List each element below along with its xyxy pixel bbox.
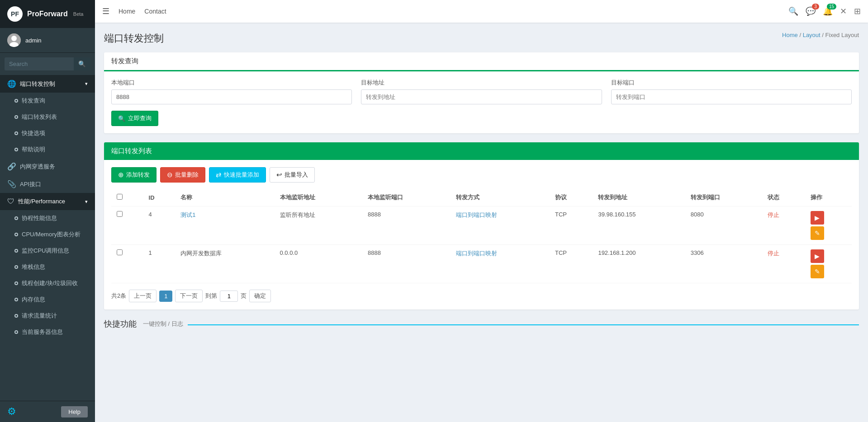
sidebar-user[interactable]: admin: [0, 28, 95, 53]
search-icon[interactable]: 🔍: [788, 6, 798, 16]
select-all-checkbox[interactable]: [117, 194, 123, 200]
row1-name-link[interactable]: 测试1: [180, 211, 195, 218]
breadcrumb-layout[interactable]: Layout: [803, 32, 821, 38]
row2-forward-type[interactable]: 端口到端口映射: [451, 245, 550, 283]
row1-edit-button[interactable]: ✎: [811, 226, 824, 240]
hamburger-icon[interactable]: ☰: [102, 6, 109, 16]
page-input[interactable]: [220, 291, 238, 302]
col-protocol: 协议: [550, 189, 593, 206]
nav-home[interactable]: Home: [119, 1, 135, 21]
row2-local-port: 8888: [362, 245, 451, 283]
prev-page-button[interactable]: 上一页: [129, 290, 157, 302]
add-forward-button[interactable]: ⊕ 添加转发: [111, 167, 157, 183]
row-checkbox[interactable]: [117, 249, 123, 255]
table-header-row: ID 名称 本地监听地址 本地监听端口 转发方式 协议 转发到地址 转发到端口 …: [111, 189, 852, 206]
page-1-button[interactable]: 1: [159, 291, 172, 302]
row2-play-button[interactable]: ▶: [811, 249, 824, 263]
row2-status: 停止: [762, 245, 805, 283]
sidebar-item-server-info[interactable]: 当前服务器信息: [0, 324, 95, 340]
local-port-input[interactable]: [111, 89, 352, 104]
sidebar-item-label: 堆栈信息: [22, 263, 45, 271]
row1-id: 4: [143, 206, 175, 245]
row2-forward-type-link[interactable]: 端口到端口映射: [456, 250, 497, 257]
col-target-port: 转发到端口: [685, 189, 762, 206]
close-icon[interactable]: ✕: [840, 6, 847, 16]
sidebar-item-label: 端口转发列表: [22, 113, 57, 121]
target-port-label: 目标端口: [611, 79, 852, 87]
import-label: 批量导入: [285, 171, 308, 179]
row2-target-port: 3306: [685, 245, 762, 283]
dot-icon: [14, 131, 18, 135]
add-forward-label: 添加转发: [126, 171, 150, 179]
sidebar-item-label: 当前服务器信息: [22, 328, 63, 336]
row1-play-button[interactable]: ▶: [811, 211, 824, 225]
page-content: 端口转发控制 Home / Layout / Fixed Layout 转发查询…: [95, 23, 868, 422]
row1-forward-type[interactable]: 端口到端口映射: [451, 206, 550, 245]
list-card-body: ⊕ 添加转发 ⊖ 批量删除 ⇄ 快速批量添加 ↩ 批量导入: [104, 160, 859, 309]
search-input[interactable]: [5, 57, 74, 70]
sidebar-item-intranet[interactable]: 🔗 内网穿透服务: [0, 158, 95, 175]
gear-icon[interactable]: ⚙: [7, 406, 16, 417]
dot-icon: [14, 99, 18, 103]
goto-label: 到第: [205, 292, 217, 300]
query-button[interactable]: 🔍 立即查询: [111, 111, 158, 126]
dot-icon: [14, 314, 18, 318]
sidebar-item-label: 监控CPU调用信息: [22, 247, 69, 255]
row1-forward-type-link[interactable]: 端口到端口映射: [456, 211, 497, 218]
list-actions: ⊕ 添加转发 ⊖ 批量删除 ⇄ 快速批量添加 ↩ 批量导入: [111, 167, 852, 183]
sidebar-item-help[interactable]: 帮助说明: [0, 141, 95, 158]
sidebar-item-shortcuts[interactable]: 快捷选项: [0, 125, 95, 141]
sidebar-item-memory[interactable]: 内存信息: [0, 291, 95, 308]
breadcrumb-home[interactable]: Home: [782, 32, 798, 38]
bell-icon[interactable]: 🔔 15: [823, 6, 833, 16]
chat-icon[interactable]: 💬 3: [806, 6, 816, 16]
sidebar-item-cpu-chart[interactable]: CPU/Memory图表分析: [0, 226, 95, 243]
breadcrumb-sep1: /: [799, 32, 802, 38]
col-name: 名称: [175, 189, 274, 206]
row1-name[interactable]: 测试1: [175, 206, 274, 245]
sidebar-item-label: 内存信息: [22, 295, 45, 304]
query-card-header: 转发查询: [104, 52, 859, 71]
row2-name-link[interactable]: 内网开发数据库: [180, 250, 222, 257]
confirm-page-button[interactable]: 确定: [249, 290, 271, 302]
sidebar-item-label: 内网穿透服务: [20, 163, 55, 171]
sidebar-item-traffic[interactable]: 请求流量统计: [0, 308, 95, 324]
col-local-addr: 本地监听地址: [275, 189, 363, 206]
row1-local-port: 8888: [362, 206, 451, 245]
help-button[interactable]: Help: [61, 406, 88, 417]
sidebar-item-goroutine[interactable]: 协程性能信息: [0, 210, 95, 226]
nav-contact[interactable]: Contact: [144, 1, 166, 21]
sidebar-group-performance[interactable]: 🛡 性能/Performance ▾: [0, 193, 95, 210]
search-button[interactable]: 🔍: [74, 57, 90, 70]
sidebar-item-label: 快捷选项: [22, 129, 45, 137]
sidebar-item-heap[interactable]: 堆栈信息: [0, 259, 95, 275]
breadcrumb-current: Fixed Layout: [825, 32, 859, 38]
target-addr-label: 目标地址: [361, 79, 602, 87]
row-checkbox[interactable]: [117, 211, 123, 217]
target-addr-input[interactable]: [361, 89, 602, 104]
import-icon: ↩: [276, 171, 282, 179]
row1-protocol: TCP: [550, 206, 593, 245]
plus-icon: ⊕: [118, 171, 124, 179]
row2-edit-button[interactable]: ✎: [811, 265, 824, 278]
import-button[interactable]: ↩ 批量导入: [270, 167, 315, 183]
quick-add-button[interactable]: ⇄ 快速批量添加: [209, 167, 266, 183]
grid-icon[interactable]: ⊞: [854, 6, 861, 16]
sidebar-item-query[interactable]: 转发查询: [0, 93, 95, 109]
target-port-input[interactable]: [611, 89, 852, 104]
col-forward-type: 转发方式: [451, 189, 550, 206]
sidebar-item-list[interactable]: 端口转发列表: [0, 109, 95, 125]
next-page-button[interactable]: 下一页: [175, 290, 203, 302]
sidebar-item-thread[interactable]: 线程创建/块/垃圾回收: [0, 275, 95, 291]
row2-actions: ▶ ✎: [805, 245, 852, 283]
sidebar-group-port-forward[interactable]: 🌐 端口转发控制 ▾: [0, 75, 95, 93]
quick-divider: [188, 324, 859, 325]
sidebar-item-api[interactable]: 📎 API接口: [0, 175, 95, 193]
batch-delete-button[interactable]: ⊖ 批量删除: [160, 167, 205, 183]
dot-icon: [14, 330, 18, 334]
table-head: ID 名称 本地监听地址 本地监听端口 转发方式 协议 转发到地址 转发到端口 …: [111, 189, 852, 206]
breadcrumb: Home / Layout / Fixed Layout: [782, 32, 859, 38]
sidebar-item-cpu-monitor[interactable]: 监控CPU调用信息: [0, 243, 95, 259]
forward-table: ID 名称 本地监听地址 本地监听端口 转发方式 协议 转发到地址 转发到端口 …: [111, 189, 852, 283]
forward-table-wrap: ID 名称 本地监听地址 本地监听端口 转发方式 协议 转发到地址 转发到端口 …: [111, 189, 852, 283]
